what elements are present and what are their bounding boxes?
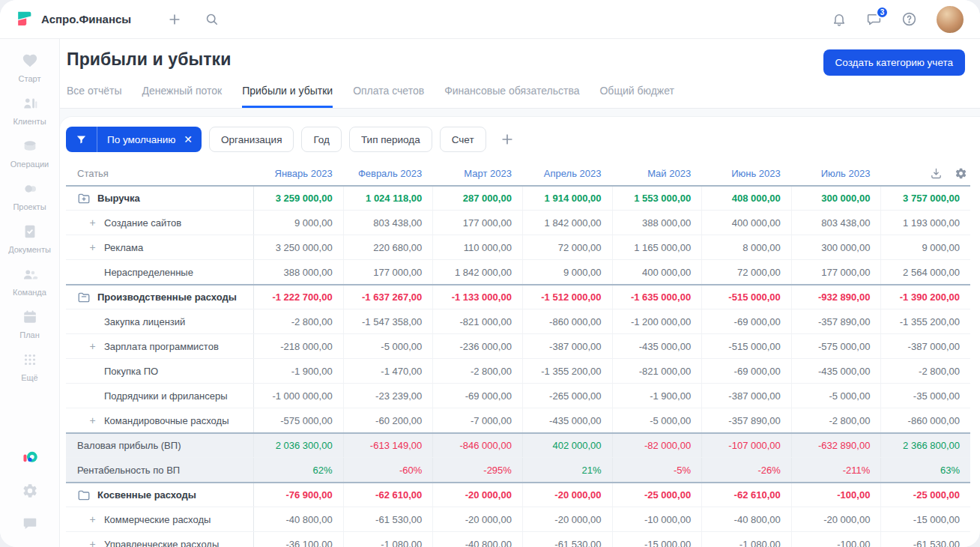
aspro-cloud-logo-icon[interactable] — [22, 450, 38, 466]
cell-value: -61 530,00 — [880, 532, 970, 547]
column-header-month[interactable]: Январь 2023 — [253, 161, 343, 185]
expand-plus-icon[interactable]: + — [88, 414, 97, 426]
expand-plus-icon[interactable]: + — [88, 217, 97, 229]
settings-icon[interactable] — [22, 483, 38, 499]
user-avatar[interactable] — [937, 6, 964, 33]
filter-chip-organization[interactable]: Организация — [209, 127, 294, 152]
cell-value: 2 564 000,00 — [880, 260, 970, 284]
column-header-month[interactable]: Июль 2023 — [791, 161, 881, 185]
row-label-cell: +Покупка ПО — [66, 359, 253, 383]
cell-value: -1 222 700,00 — [253, 285, 343, 309]
cell-value: -5 000,00 — [343, 334, 433, 358]
sidebar-item-start[interactable]: Старт — [0, 46, 59, 89]
tab-profit-loss[interactable]: Прибыли и убытки — [242, 85, 333, 108]
cell-value: -36 100,00 — [253, 532, 343, 547]
row-label-cell: +Управленческие расходы — [66, 532, 253, 547]
sidebar-item-clients[interactable]: Клиенты — [0, 89, 59, 132]
funnel-icon — [66, 127, 97, 152]
table-row-advertising[interactable]: +Реклама3 250 000,00220 680,00110 000,00… — [66, 235, 970, 259]
column-header-month[interactable]: Июнь 2023 — [701, 161, 791, 185]
cell-value: -40 800,00 — [253, 507, 343, 531]
table-settings-icon[interactable] — [955, 167, 967, 180]
sidebar-bottom — [22, 450, 38, 538]
table-row-revenue[interactable]: Выручка3 259 000,001 024 118,00287 000,0… — [66, 185, 970, 210]
table-row-unallocated[interactable]: +Нераспределенные388 000,00177 000,001 8… — [66, 259, 970, 284]
cell-value: -69 000,00 — [701, 359, 791, 383]
heart-icon — [22, 52, 38, 72]
help-icon[interactable] — [901, 11, 917, 27]
active-filter-pill[interactable]: По умолчанию ✕ — [66, 127, 202, 152]
cell-value: -40 800,00 — [701, 507, 791, 531]
folder-minus-icon[interactable] — [77, 291, 91, 304]
report-table: Статья Январь 2023Февраль 2023Март 2023А… — [66, 161, 970, 547]
sidebar-item-documents[interactable]: Документы — [0, 217, 59, 260]
row-label: Зарплата программистов — [104, 341, 219, 352]
add-filter-icon[interactable] — [500, 132, 515, 147]
add-icon[interactable] — [167, 12, 182, 27]
row-label: Покупка ПО — [104, 366, 158, 377]
cell-value: 1 165 000,00 — [612, 235, 702, 259]
filter-chip-account[interactable]: Счет — [440, 127, 486, 152]
topbar: Аспро.Финансы 3 — [0, 0, 980, 39]
table-row-indirect-costs[interactable]: Косвенные расходы-76 900,00-62 610,00-20… — [66, 482, 970, 507]
cell-value: -60 200,00 — [343, 408, 433, 432]
cell-value: 1 193 000,00 — [880, 211, 970, 235]
column-header-month[interactable]: Май 2023 — [612, 161, 702, 185]
cell-value: -1 355 200,00 — [880, 309, 970, 333]
cell-value: 177 000,00 — [432, 211, 522, 235]
table-row-site-creation[interactable]: +Создание сайтов9 000,00803 438,00177 00… — [66, 210, 970, 235]
app-window: Аспро.Финансы 3 СтартКлиентыОпе — [0, 0, 980, 547]
sidebar-item-more[interactable]: Ещё — [0, 345, 59, 388]
column-header-month[interactable]: Март 2023 — [432, 161, 522, 185]
cell-value: 8 000,00 — [701, 235, 791, 259]
search-icon[interactable] — [205, 12, 219, 26]
create-category-button[interactable]: Создать категорию учета — [823, 49, 965, 76]
table-row-licenses[interactable]: +Закупка лицензий-2 800,00-1 547 358,00-… — [66, 309, 970, 333]
cell-value: -846 000,00 — [432, 434, 522, 457]
folder-icon[interactable] — [77, 489, 91, 502]
sidebar-item-plan[interactable]: План — [0, 303, 59, 345]
expand-plus-icon[interactable]: + — [88, 513, 97, 525]
cell-value: -1 133 000,00 — [432, 285, 522, 309]
table-row-production-costs[interactable]: Производственные расходы-1 222 700,00-1 … — [66, 284, 970, 309]
folder-plus-icon[interactable] — [77, 192, 91, 205]
cell-value: 388 000,00 — [253, 260, 343, 284]
bell-icon[interactable] — [832, 12, 847, 27]
expand-plus-icon[interactable]: + — [88, 241, 97, 253]
filter-chip-period-type[interactable]: Тип периода — [349, 127, 432, 152]
table-row-dev-salary[interactable]: +Зарплата программистов-218 000,00-5 000… — [66, 333, 970, 358]
table-row-travel[interactable]: +Командировочные расходы-575 000,00-60 2… — [66, 408, 970, 432]
download-icon[interactable] — [930, 167, 943, 180]
cell-value: -5% — [612, 458, 702, 482]
column-header-month[interactable]: Февраль 2023 — [343, 161, 433, 185]
tab-liabilities[interactable]: Финансовые обязательства — [444, 85, 579, 108]
table-row-software[interactable]: +Покупка ПО-1 900,00-1 470,00-2 800,00-1… — [66, 358, 970, 383]
table-row-gross-margin[interactable]: Рентабельность по ВП62%-60%-295%21%-5%-2… — [66, 457, 970, 482]
cell-value: 2 366 800,00 — [880, 434, 970, 457]
cell-value: -435 000,00 — [791, 359, 881, 383]
sidebar-item-team[interactable]: Команда — [0, 260, 59, 303]
expand-plus-icon[interactable]: + — [88, 340, 97, 352]
tab-all-reports[interactable]: Все отчёты — [67, 85, 121, 108]
cell-value: -1 200 000,00 — [612, 309, 702, 333]
cell-value: -60% — [343, 458, 433, 482]
cell-value: -821 000,00 — [612, 359, 702, 383]
filter-chip-year[interactable]: Год — [301, 127, 342, 152]
sidebar-item-operations[interactable]: Операции — [0, 132, 59, 175]
table-row-contractors[interactable]: +Подрядчики и фрилансеры-1 000 000,00-23… — [66, 383, 970, 408]
tab-bills[interactable]: Оплата счетов — [353, 85, 424, 108]
tab-budget[interactable]: Общий бюджет — [599, 85, 674, 108]
table-row-commercial[interactable]: +Коммерческие расходы-40 800,00-61 530,0… — [66, 507, 970, 531]
expand-plus-icon[interactable]: + — [88, 538, 97, 547]
cell-value: -265 000,00 — [522, 384, 612, 408]
table-row-gross-profit[interactable]: Валовая прибыль (ВП)2 036 300,00-613 149… — [66, 432, 970, 457]
page-title: Прибыли и убытки — [67, 49, 231, 70]
chat-icon[interactable]: 3 — [866, 11, 882, 27]
table-row-administrative[interactable]: +Управленческие расходы-36 100,00-1 080,… — [66, 531, 970, 547]
column-header-month[interactable]: Апрель 2023 — [522, 161, 612, 185]
sidebar-item-projects[interactable]: Проекты — [0, 175, 59, 217]
feedback-chat-icon[interactable] — [22, 516, 38, 532]
row-label: Производственные расходы — [97, 291, 237, 303]
tab-cash-flow[interactable]: Денежный поток — [142, 85, 222, 108]
clear-filter-icon[interactable]: ✕ — [181, 133, 202, 145]
